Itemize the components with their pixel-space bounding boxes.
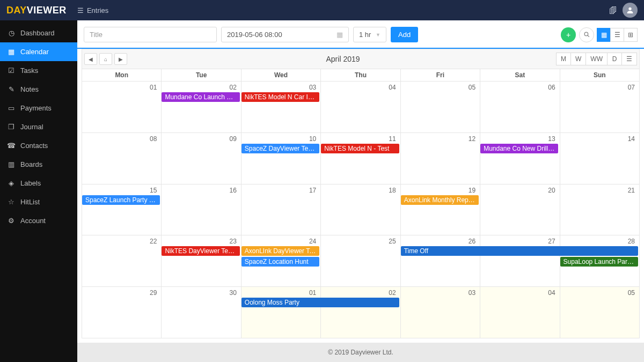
sidebar-item-label: Labels <box>20 179 41 187</box>
calendar-grid: 01020304050607Mundane Co Launch Party …N… <box>82 82 640 338</box>
calendar-cell[interactable]: 19 <box>401 184 480 236</box>
range-m-button[interactable]: M <box>556 53 571 65</box>
sidebar-item-label: HitList <box>20 198 40 206</box>
calendar-cell[interactable]: 05 <box>401 82 480 133</box>
calendar-cell[interactable]: 20 <box>480 184 560 236</box>
title-input[interactable]: Title <box>84 27 217 42</box>
calendar-cell[interactable]: 04 <box>480 287 560 338</box>
range-d-button[interactable]: D <box>607 53 622 65</box>
calendar-cell[interactable]: 11 <box>321 133 400 184</box>
event[interactable]: NikTES DayViewer Team Room <box>162 246 239 256</box>
boards-icon: ▥ <box>8 161 15 168</box>
day-header: Mon <box>82 69 162 82</box>
sidebar-item-dashboard[interactable]: ◷Dashboard <box>0 24 77 42</box>
sidebar-item-calendar[interactable]: ▦Calendar <box>0 42 77 61</box>
calendar-cell[interactable]: 03 <box>241 82 321 133</box>
avatar[interactable] <box>623 3 638 18</box>
calendar-cell[interactable]: 01 <box>82 82 162 133</box>
sidebar-item-boards[interactable]: ▥Boards <box>0 155 77 174</box>
event[interactable]: SpaceZ Location Hunt <box>241 257 319 267</box>
event[interactable]: SpaceZ DayViewer Team Ro… <box>241 144 319 153</box>
calendar-cell[interactable]: 12 <box>401 133 480 184</box>
sidebar-item-journal[interactable]: ❐Journal <box>0 117 77 136</box>
add-button[interactable]: Add <box>391 27 418 42</box>
view-mode-buttons: ▦ ☰ ⊞ <box>597 28 638 42</box>
calendar-cell[interactable]: 15 <box>82 184 162 236</box>
calendar-cell[interactable]: 09 <box>162 133 241 184</box>
calendar-cell[interactable]: 25 <box>321 235 400 287</box>
sidebar-item-tasks[interactable]: ☑Tasks <box>0 61 77 80</box>
calendar-cell[interactable]: 05 <box>560 287 640 338</box>
sidebar-item-payments[interactable]: ▭Payments <box>0 99 77 117</box>
event[interactable]: NikTES Model N Car Ideas <box>241 92 319 102</box>
calendar-cell[interactable]: 16 <box>162 184 241 236</box>
event[interactable]: SupaLoop Launch Party Pa… <box>560 257 638 267</box>
calendar-cell[interactable]: 06 <box>480 82 560 133</box>
calendar-cell[interactable]: 04 <box>321 82 400 133</box>
sidebar-item-labels[interactable]: ◈Labels <box>0 174 77 193</box>
calendar-cell[interactable]: 14 <box>560 133 640 184</box>
calendar-cell[interactable]: 03 <box>401 287 480 338</box>
calendar-cell[interactable]: 22 <box>82 235 162 287</box>
event[interactable]: AxonLink Monthly Report <box>401 195 479 205</box>
calendar-cell[interactable]: 29 <box>82 287 162 338</box>
date-number: 21 <box>628 187 635 194</box>
event[interactable]: Time Off <box>401 246 638 256</box>
calendar-header: ◀ ⌂ ▶ April 2019 MWWWD☰ <box>82 49 640 69</box>
clipboard-icon[interactable]: 🗐 <box>609 6 617 15</box>
calendar-cell[interactable]: 21 <box>560 184 640 236</box>
svg-point-1 <box>584 32 588 35</box>
date-number: 13 <box>548 135 555 143</box>
calendar-cell[interactable]: 23 <box>162 235 241 287</box>
svg-point-0 <box>628 8 631 10</box>
range-list-button[interactable]: ☰ <box>621 53 637 65</box>
event[interactable]: NikTES Model N - Test <box>321 144 399 153</box>
calendar-cell[interactable]: 08 <box>82 133 162 184</box>
calendar-cell[interactable]: 17 <box>241 184 321 236</box>
date-input[interactable]: 2019-05-06 08:00 ▦ <box>221 27 349 42</box>
calendar-cell[interactable]: 18 <box>321 184 400 236</box>
day-header: Fri <box>401 69 480 82</box>
notes-icon: ✎ <box>8 86 15 93</box>
calendar-cell[interactable]: 27 <box>480 235 560 287</box>
view-grid-button[interactable]: ⊞ <box>624 28 638 42</box>
next-button[interactable]: ▶ <box>114 53 127 65</box>
event[interactable]: SpaceZ Launch Party Paym… <box>82 195 160 205</box>
range-w-button[interactable]: W <box>570 53 586 65</box>
sidebar-item-account[interactable]: ⚙Account <box>0 211 77 230</box>
calendar-cell[interactable]: 02 <box>162 82 241 133</box>
duration-select[interactable]: 1 hr ▼ <box>353 27 386 42</box>
sidebar-item-label: Calendar <box>20 48 49 56</box>
calendar-cell[interactable]: 30 <box>162 287 241 338</box>
event[interactable]: Mundane Co Launch Party … <box>162 92 239 102</box>
sidebar-item-label: Payments <box>20 104 52 112</box>
range-ww-button[interactable]: WW <box>586 53 608 65</box>
event[interactable]: Mundane Co New Drill Bit <box>480 144 558 153</box>
date-number: 23 <box>229 238 236 245</box>
calendar-cell[interactable]: 26 <box>401 235 480 287</box>
view-list-button[interactable]: ☰ <box>610 28 624 42</box>
event[interactable]: AxonLInk DayViewer Team … <box>241 246 319 256</box>
logo: DAYVIEWER <box>6 5 67 16</box>
chevron-down-icon: ▼ <box>376 32 380 38</box>
calendar-cell[interactable]: 07 <box>560 82 640 133</box>
sidebar-item-hitlist[interactable]: ☆HitList <box>0 193 77 211</box>
sidebar-item-notes[interactable]: ✎Notes <box>0 80 77 99</box>
entries-toggle[interactable]: ☰ Entries <box>77 6 108 14</box>
new-entry-button[interactable]: + <box>561 27 576 42</box>
calendar-cell[interactable]: 01 <box>241 287 321 338</box>
calendar-title: April 2019 <box>129 55 557 63</box>
calendar-cell[interactable]: 02 <box>321 287 400 338</box>
date-number: 02 <box>229 84 236 91</box>
date-number: 05 <box>469 84 475 91</box>
calendar-cell[interactable]: 13 <box>480 133 560 184</box>
event[interactable]: Oolong Moss Party <box>241 298 399 307</box>
sidebar-item-contacts[interactable]: ☎Contacts <box>0 136 77 155</box>
date-number: 07 <box>628 84 635 91</box>
view-calendar-button[interactable]: ▦ <box>597 28 611 42</box>
search-button[interactable] <box>579 27 594 42</box>
date-number: 06 <box>548 84 555 91</box>
today-button[interactable]: ⌂ <box>99 53 112 65</box>
calendar-cell[interactable]: 10 <box>241 133 321 184</box>
prev-button[interactable]: ◀ <box>84 53 97 65</box>
